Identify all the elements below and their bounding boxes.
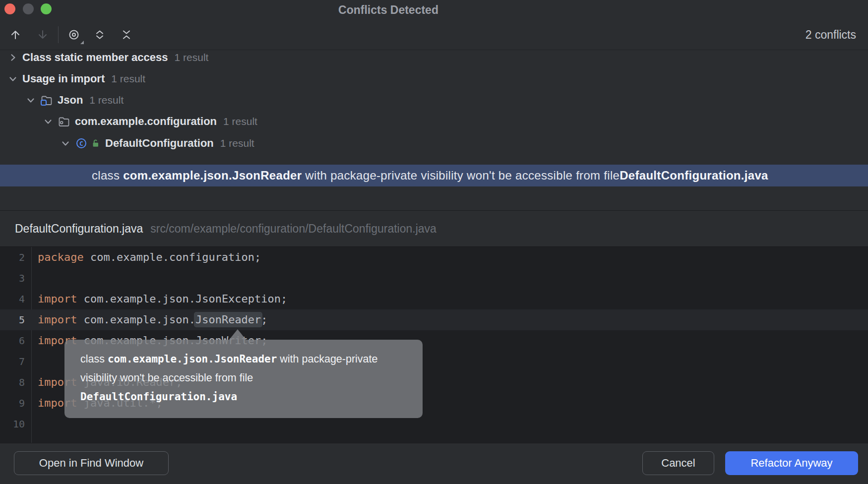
tree-group-count: 1 result [175, 52, 209, 63]
cancel-button[interactable]: Cancel [642, 451, 714, 475]
tooltip-text-line2: visibility won't be accessible from file [80, 368, 407, 387]
selected-conflict-row[interactable]: class com.example.json.JsonReader with p… [0, 165, 868, 186]
collapse-all-icon [120, 28, 133, 41]
keyword-token: package [38, 251, 84, 263]
tooltip-class-name: com.example.json.JsonReader [108, 353, 277, 365]
line-number: 9 [0, 393, 25, 414]
conflict-text-middle: with package-private visibility won't be… [302, 169, 620, 182]
class-icon: C [75, 137, 88, 150]
dropdown-wedge-icon [80, 41, 84, 44]
conflict-text-prefix: class [92, 169, 123, 182]
tree-group-label: Class static member access [22, 51, 168, 64]
expand-all-icon [93, 28, 106, 41]
line-number: 5 [0, 309, 25, 330]
line-number: 4 [0, 289, 25, 309]
collapse-all-button[interactable] [119, 27, 134, 43]
tooltip-text-prefix: class [80, 353, 108, 365]
conflict-tooltip: class com.example.json.JsonReader with p… [64, 340, 423, 418]
open-in-find-window-button[interactable]: Open in Find Window [14, 451, 169, 475]
chevron-down-icon[interactable] [26, 95, 36, 105]
tree-group-label: Usage in import [22, 72, 105, 85]
close-button[interactable] [4, 3, 15, 14]
tooltip-file-name: DefaultConfiguration.java [80, 391, 237, 403]
line-number: 6 [0, 330, 25, 351]
tree-package-count: 1 result [223, 116, 257, 127]
chevron-down-icon[interactable] [43, 117, 53, 126]
titlebar: Conflicts Detected [0, 0, 868, 20]
tree-class-label: DefaultConfiguration [105, 137, 214, 150]
keyword-token: import [38, 293, 77, 305]
preview-usages-button[interactable] [66, 27, 82, 43]
toolbar: 2 conflicts [0, 20, 868, 50]
tree-row-class-static-member-access[interactable]: Class static member access 1 result [0, 47, 868, 68]
preview-usages-icon [67, 28, 80, 41]
tree-class-count: 1 result [220, 137, 254, 149]
code-line-3: 3 [0, 268, 868, 289]
conflicts-count: 2 conflicts [806, 20, 856, 50]
svg-text:C: C [79, 140, 83, 147]
tree-row-module-json[interactable]: Json 1 result [0, 90, 868, 111]
footer-bar: Open in Find Window Cancel Refactor Anyw… [0, 443, 868, 484]
tree-row-class[interactable]: C DefaultConfiguration 1 result [0, 133, 868, 154]
tree-module-count: 1 result [89, 94, 124, 106]
code-line-2: 2 package com.example.configuration; [0, 247, 868, 268]
previous-occurrence-button[interactable] [7, 27, 23, 43]
line-number: 7 [0, 351, 25, 372]
code-token: com.example.json. [77, 313, 195, 326]
conflict-class-name: com.example.json.JsonReader [123, 169, 302, 182]
expand-all-button[interactable] [92, 27, 108, 43]
chevron-down-icon[interactable] [8, 74, 18, 84]
chevron-right-icon[interactable] [8, 53, 18, 62]
code-line-4: 4 import com.example.json.JsonException; [0, 289, 868, 309]
window-title: Conflicts Detected [338, 3, 438, 17]
tree-group-count: 1 result [111, 73, 145, 85]
line-number: 2 [0, 247, 25, 268]
tree-package-label: com.example.configuration [75, 115, 217, 128]
line-number: 10 [0, 414, 25, 434]
code-preview-editor: 2 package com.example.configuration; 3 4… [0, 246, 868, 443]
code-token: com.example.configuration; [84, 251, 261, 263]
minimize-button[interactable] [23, 3, 34, 14]
highlighted-usage-json-reader: JsonReader [195, 313, 261, 326]
code-token: com.example.json.JsonException; [77, 293, 287, 305]
line-number: 8 [0, 372, 25, 393]
module-folder-icon [40, 94, 53, 107]
file-name: DefaultConfiguration.java [15, 222, 143, 236]
tooltip-text-suffix: with package-private [277, 353, 377, 365]
preview-file-header: DefaultConfiguration.java src/com/exampl… [0, 211, 868, 246]
code-line-5-current: 5 import com.example.json.JsonReader; [0, 309, 868, 330]
down-arrow-icon [36, 28, 49, 41]
conflict-file-name: DefaultConfiguration.java [620, 169, 768, 182]
keyword-token: import [38, 313, 77, 326]
toolbar-separator [58, 26, 59, 43]
refactor-anyway-button[interactable]: Refactor Anyway [725, 451, 858, 475]
next-occurrence-button[interactable] [35, 27, 51, 43]
tree-row-usage-in-import[interactable]: Usage in import 1 result [0, 68, 868, 89]
tooltip-arrow [229, 329, 246, 340]
green-lock-icon [91, 138, 101, 148]
chevron-down-icon[interactable] [61, 138, 70, 148]
conflicts-detected-dialog: Conflicts Detected 2 conflicts Class sta… [0, 0, 868, 484]
file-path: src/com/example/configuration/DefaultCon… [150, 222, 436, 236]
up-arrow-icon [9, 28, 22, 41]
code-token: ; [261, 313, 267, 326]
line-number: 3 [0, 268, 25, 289]
zoom-button[interactable] [41, 3, 52, 14]
package-icon [58, 115, 70, 128]
tree-row-package[interactable]: com.example.configuration 1 result [0, 111, 868, 132]
tree-module-label: Json [58, 94, 83, 107]
